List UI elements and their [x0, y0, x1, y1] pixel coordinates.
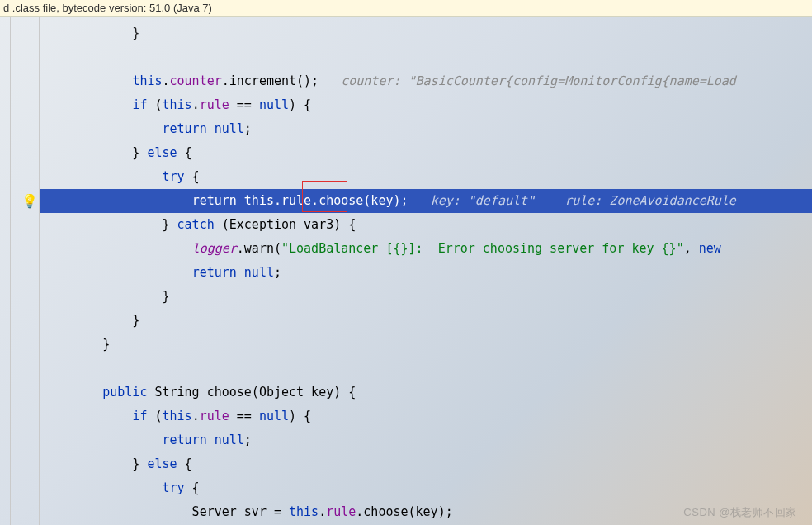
code-line[interactable]: logger.warn("LoadBalancer [{}]: Error ch… — [40, 237, 812, 261]
code-line[interactable]: } catch (Exception var3) { — [40, 213, 812, 237]
code-line[interactable]: } — [40, 285, 812, 309]
editor-area: 💡 } this.counter.increment(); counter: "… — [0, 17, 812, 525]
watermark: CSDN @栈老师不回家 — [683, 505, 797, 520]
intention-bulb-icon[interactable]: 💡 — [21, 195, 35, 208]
code-line[interactable]: } else { — [40, 141, 812, 165]
code-line[interactable]: try { — [40, 165, 812, 189]
code-line[interactable]: if (this.rule == null) { — [40, 93, 812, 117]
gutter-divider — [10, 17, 11, 525]
inline-hint: counter: "BasicCounter{config=MonitorCon… — [341, 73, 736, 88]
code-line[interactable]: return null; — [40, 261, 812, 285]
code-line[interactable]: public String choose(Object key) { — [40, 381, 812, 404]
current-line[interactable]: return this.rule.choose(key); key: "defa… — [40, 189, 812, 213]
code-line[interactable]: } — [40, 333, 812, 357]
inline-hint: key: "default" — [431, 193, 535, 208]
code-line[interactable] — [40, 357, 812, 381]
banner-text: d .class file, bytecode version: 51.0 (J… — [3, 2, 212, 14]
code-line[interactable]: } — [40, 21, 812, 45]
code-line[interactable]: } — [40, 309, 812, 333]
code-line[interactable]: } else { — [40, 452, 812, 476]
code-area[interactable]: } this.counter.increment(); counter: "Ba… — [40, 17, 812, 525]
decompiled-banner: d .class file, bytecode version: 51.0 (J… — [0, 0, 812, 17]
inline-hint: rule: ZoneAvoidanceRule — [535, 193, 736, 208]
code-line[interactable]: return null; — [40, 428, 812, 452]
code-line[interactable]: if (this.rule == null) { — [40, 404, 812, 428]
code-line[interactable]: try { — [40, 476, 812, 500]
gutter[interactable]: 💡 — [0, 17, 40, 525]
code-line[interactable]: return null; — [40, 117, 812, 141]
code-line[interactable]: this.counter.increment(); counter: "Basi… — [40, 69, 812, 93]
code-line[interactable] — [40, 45, 812, 69]
